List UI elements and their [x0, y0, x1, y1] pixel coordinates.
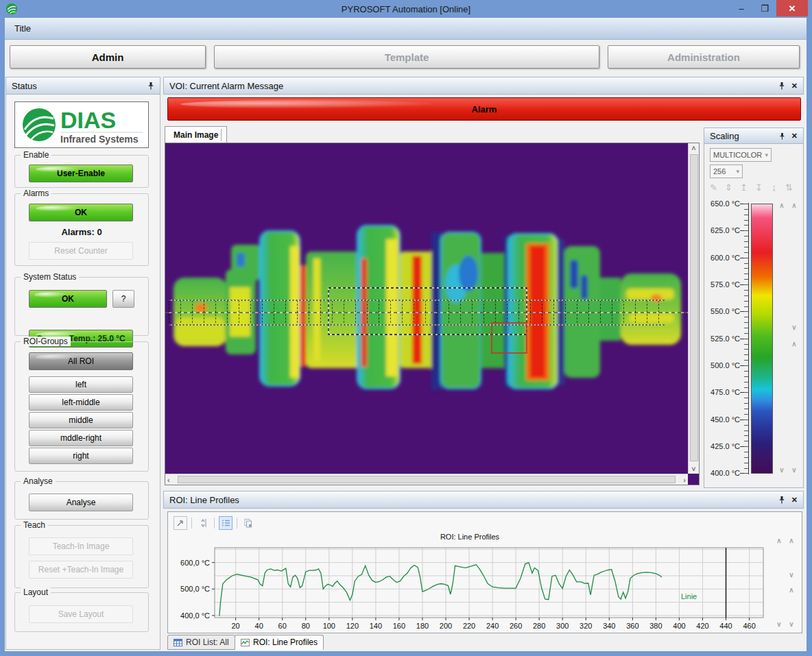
chart-spinner-down2[interactable]: ∨: [774, 620, 784, 628]
pin-icon[interactable]: [778, 82, 785, 90]
close-panel-icon[interactable]: ✕: [791, 132, 798, 140]
svg-text:40: 40: [255, 622, 263, 630]
copy-report-icon[interactable]: [241, 516, 255, 530]
window-titlebar: PYROSOFT Automation [Online] – ❐ ✕: [0, 0, 812, 18]
scale-min-spinner-down[interactable]: ∨: [777, 466, 787, 474]
svg-text:400: 400: [673, 622, 685, 630]
minimize-button[interactable]: –: [730, 0, 753, 16]
scaling-panel-header: Scaling ✕: [704, 127, 804, 144]
dias-subtitle-text: Infrared Systems: [60, 134, 139, 145]
analyse-button[interactable]: Analyse: [29, 494, 133, 511]
scale-fit-icon[interactable]: ↨: [769, 182, 779, 193]
layout-group-label: Layout: [21, 587, 51, 597]
vertical-scrollbar-thumb[interactable]: [690, 154, 698, 461]
tab-main-image[interactable]: Main Image: [165, 126, 227, 143]
palette-value: MULTICOLOR: [713, 151, 762, 159]
profiles-panel-body: ROI: Line Profiles 204060801001201401601…: [167, 511, 802, 633]
teach-group: Teach Teach-In Image Reset +Teach-In Ima…: [14, 525, 149, 588]
horizontal-scrollbar[interactable]: ‹ ›: [165, 474, 688, 485]
nav-administration-button[interactable]: Administration: [608, 45, 800, 69]
scale-tick-label: 575.0 °C: [703, 280, 740, 289]
scroll-right-icon[interactable]: ›: [681, 475, 688, 485]
svg-text:300: 300: [556, 622, 569, 630]
reset-counter-button[interactable]: Reset Counter: [29, 242, 133, 260]
tab-line-profiles[interactable]: ROI: Line Profiles: [235, 635, 324, 650]
maximize-button[interactable]: ❐: [753, 0, 776, 16]
thermal-image-viewport[interactable]: ˄ ˅ ‹ ›: [165, 143, 700, 485]
scale-tick-label: 525.0 °C: [703, 335, 740, 343]
palette-settings-icon[interactable]: ✎: [708, 182, 719, 193]
status-panel-title: Status: [12, 81, 37, 91]
roi-middle-button[interactable]: middle: [29, 412, 133, 428]
roi-middle-right-button[interactable]: mddle-right: [29, 430, 133, 446]
svg-text:Linie: Linie: [681, 592, 697, 600]
scale-auto-icon[interactable]: ⇅: [784, 182, 794, 193]
close-panel-icon[interactable]: ✕: [791, 496, 798, 504]
scale-mid-spinner-down[interactable]: ∨: [789, 324, 799, 331]
nav-template-button[interactable]: Template: [214, 45, 599, 69]
scale-tick-label: 425.0 °C: [703, 442, 740, 450]
chart-title: ROI: Line Profiles: [168, 533, 772, 541]
scale-mid-spinner-up[interactable]: ∧: [789, 340, 799, 348]
scale-max-spinner-up[interactable]: ∧: [777, 202, 787, 209]
system-status-group-label: System Status: [21, 272, 79, 282]
teach-in-image-button[interactable]: Teach-In Image: [29, 537, 133, 555]
scale-axis: [748, 203, 749, 474]
chart-spinner-up2[interactable]: ∧: [787, 537, 796, 544]
chart-spinner-up3[interactable]: ∧: [787, 586, 796, 594]
toolbar-separator: [214, 518, 215, 529]
voi-panel-header: VOI: Current Alarm Message ✕: [163, 77, 804, 95]
chart-spinner-up[interactable]: ∧: [774, 537, 784, 544]
scroll-up-icon[interactable]: ˄: [689, 143, 697, 153]
scale-tick-label: 400.0 °C: [703, 469, 740, 477]
status-panel-header: Status: [5, 77, 160, 95]
teach-group-label: Teach: [21, 520, 48, 530]
horizontal-scrollbar-thumb[interactable]: [178, 476, 676, 483]
scroll-down-icon[interactable]: ˅: [689, 464, 697, 474]
scale-max-up-icon[interactable]: ↥: [739, 182, 749, 193]
system-ok-button[interactable]: OK: [29, 290, 107, 308]
scale-max-spinner-up2[interactable]: ∧: [789, 202, 799, 209]
chart-spinner-down3[interactable]: ∨: [787, 620, 796, 628]
close-panel-icon[interactable]: ✕: [791, 82, 798, 90]
svg-text:20: 20: [232, 622, 240, 630]
save-layout-button[interactable]: Save Layout: [29, 605, 133, 623]
scale-min-down-icon[interactable]: ↧: [754, 182, 764, 193]
alarms-ok-button[interactable]: OK: [29, 204, 133, 221]
roi-left-middle-button[interactable]: left-middle: [29, 394, 133, 411]
close-button[interactable]: ✕: [776, 0, 808, 16]
reset-teach-in-image-button[interactable]: Reset +Teach-In Image: [29, 561, 133, 579]
system-help-button[interactable]: ?: [112, 290, 134, 308]
profiles-toolbar: [174, 516, 255, 530]
scale-min-spinner-down2[interactable]: ∨: [789, 466, 799, 474]
user-enable-button[interactable]: User-Enable: [29, 165, 133, 182]
alarm-banner[interactable]: Alarm: [167, 97, 801, 121]
scaling-toolbar: ✎ ⇕ ↥ ↧ ↨ ⇅: [708, 182, 794, 193]
svg-text:280: 280: [533, 622, 545, 630]
svg-text:460: 460: [743, 622, 755, 630]
pin-icon[interactable]: [147, 82, 154, 90]
list-view-icon[interactable]: [219, 516, 232, 530]
levels-select[interactable]: 256 ▾: [710, 165, 743, 178]
vertical-scrollbar[interactable]: ˄ ˅: [688, 143, 699, 474]
export-icon[interactable]: [174, 516, 187, 530]
roi-all-button[interactable]: All ROI: [29, 352, 133, 370]
pin-icon[interactable]: [778, 496, 785, 504]
roi-left-button[interactable]: left: [29, 376, 133, 393]
color-scale-bar[interactable]: [751, 204, 773, 474]
chart-spinner-down[interactable]: ∨: [787, 571, 796, 579]
svg-text:600,0 °C: 600,0 °C: [180, 559, 210, 567]
scroll-left-icon[interactable]: ‹: [165, 475, 172, 485]
pin-icon[interactable]: [779, 132, 785, 140]
nav-admin-button[interactable]: Admin: [10, 45, 206, 69]
dias-logo: DIAS Infrared Systems: [14, 101, 149, 148]
menu-title[interactable]: Title: [14, 23, 31, 34]
tab-roi-list[interactable]: ROI List: All: [167, 635, 235, 650]
sort-icon[interactable]: [196, 516, 210, 530]
scale-expand-icon[interactable]: ⇕: [724, 182, 734, 193]
svg-text:320: 320: [580, 622, 592, 630]
profiles-panel-header: ROI: Line Profiles ✕: [163, 491, 804, 509]
palette-select[interactable]: MULTICOLOR ▾: [710, 148, 772, 162]
chevron-down-icon: ▾: [765, 151, 768, 158]
roi-right-button[interactable]: right: [29, 448, 133, 464]
